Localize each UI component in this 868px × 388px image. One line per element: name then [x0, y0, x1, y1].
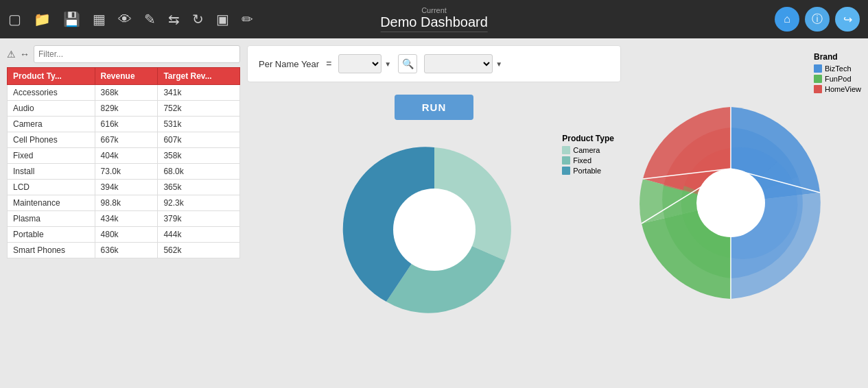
toolbar-icons: ▢ 📁 💾 ▦ 👁 ✎ ⇆ ↻ ▣ ✏ — [8, 11, 253, 27]
table-cell: 444k — [158, 227, 240, 243]
table-cell: 607k — [158, 132, 240, 148]
equals-label: = — [326, 58, 331, 69]
monitor-icon[interactable]: ▣ — [216, 11, 229, 27]
table-cell: 636k — [95, 243, 158, 258]
legend-camera-dot — [562, 146, 570, 154]
legend-portable: Portable — [562, 167, 614, 175]
legend-fixed-label: Fixed — [573, 156, 591, 165]
donut-legend-title: Product Type — [562, 134, 614, 143]
legend-camera-label: Camera — [573, 146, 600, 154]
filter-bar: ⚠ ↔ — [7, 45, 240, 63]
table-cell: 562k — [158, 243, 240, 258]
col-product-type[interactable]: Product Ty... — [8, 68, 95, 85]
new-file-icon[interactable]: ▢ — [8, 11, 21, 27]
table-row[interactable]: Portable480k444k — [8, 227, 240, 243]
save-icon[interactable]: 💾 — [63, 11, 80, 27]
table-row[interactable]: Audio829k752k — [8, 101, 240, 117]
toolbar-center: Current Demo Dashboard — [380, 6, 488, 32]
eye-icon[interactable]: 👁 — [118, 12, 132, 27]
col-revenue[interactable]: Revenue — [95, 68, 158, 85]
donut-chart-svg — [331, 127, 537, 332]
filter-select[interactable]: Year Name — [338, 54, 382, 73]
brush-icon[interactable]: ✏ — [242, 11, 253, 27]
run-button[interactable]: RUN — [395, 95, 474, 120]
info-button[interactable]: ⓘ — [805, 7, 830, 32]
table-cell: Maintenance — [8, 195, 95, 211]
table-cell: Smart Phones — [8, 243, 95, 258]
table-cell: 98.8k — [95, 195, 158, 211]
pencil-icon[interactable]: ✎ — [144, 11, 156, 27]
home-button[interactable]: ⌂ — [775, 7, 799, 32]
legend-funpod-label: FunPod — [825, 75, 852, 83]
search-button[interactable]: 🔍 — [398, 54, 417, 73]
value-dropdown: 2020 2021 2022 ▼ — [424, 54, 502, 73]
per-name-year-label: Per Name Year — [259, 59, 319, 69]
table-cell: 68.0k — [158, 164, 240, 180]
table-cell: Fixed — [8, 148, 95, 164]
legend-funpod-dot — [814, 75, 822, 83]
col-target-rev[interactable]: Target Rev... — [158, 68, 240, 85]
right-panel: Brand BizTech FunPod HomeView — [628, 45, 861, 381]
filter-arrow-icon[interactable]: ↔ — [20, 49, 30, 60]
table-cell: 667k — [95, 132, 158, 148]
table-cell: Install — [8, 164, 95, 180]
legend-homeview: HomeView — [814, 85, 861, 93]
legend-biztech: BizTech — [814, 64, 861, 73]
dropdown-chevron: ▼ — [384, 60, 391, 68]
table-cell: 404k — [95, 148, 158, 164]
table-cell: 341k — [158, 85, 240, 101]
filter-row: Per Name Year = Year Name ▼ 🔍 2020 2021 … — [247, 45, 621, 82]
center-panel: Per Name Year = Year Name ▼ 🔍 2020 2021 … — [247, 45, 621, 381]
refresh-icon[interactable]: ↻ — [192, 11, 204, 27]
table-row[interactable]: Install73.0k68.0k — [8, 164, 240, 180]
table-cell: 368k — [95, 85, 158, 101]
table-cell: 480k — [95, 227, 158, 243]
legend-funpod: FunPod — [814, 75, 861, 83]
donut-legend: Product Type Camera Fixed Portable — [562, 134, 614, 177]
table-row[interactable]: Accessories368k341k — [8, 85, 240, 101]
main-content: ⚠ ↔ Product Ty... Revenue Target Rev... … — [0, 38, 868, 388]
arrows-icon[interactable]: ⇆ — [168, 11, 180, 27]
table-cell: 829k — [95, 101, 158, 117]
table-cell: 73.0k — [95, 164, 158, 180]
table-cell: Audio — [8, 101, 95, 117]
table-row[interactable]: Maintenance98.8k92.3k — [8, 195, 240, 211]
legend-homeview-dot — [814, 85, 822, 93]
table-row[interactable]: Camera616k531k — [8, 117, 240, 132]
left-panel: ⚠ ↔ Product Ty... Revenue Target Rev... … — [7, 45, 240, 381]
legend-homeview-label: HomeView — [825, 85, 861, 93]
legend-fixed-dot — [562, 156, 570, 165]
table-cell: Plasma — [8, 211, 95, 227]
table-cell: 752k — [158, 101, 240, 117]
legend-camera: Camera — [562, 146, 614, 154]
table-row[interactable]: LCD394k365k — [8, 180, 240, 195]
table-cell: 434k — [95, 211, 158, 227]
share-button[interactable]: ↪ — [835, 7, 860, 32]
filter-input[interactable] — [34, 45, 240, 63]
table-row[interactable]: Plasma434k379k — [8, 211, 240, 227]
table-cell: 394k — [95, 180, 158, 195]
legend-portable-dot — [562, 167, 570, 175]
filter-pin-icon[interactable]: ⚠ — [7, 49, 16, 60]
bar-chart-icon[interactable]: ▦ — [93, 11, 106, 27]
table-cell: Cell Phones — [8, 132, 95, 148]
table-cell: 365k — [158, 180, 240, 195]
folder-icon[interactable]: 📁 — [34, 11, 51, 27]
table-cell: 92.3k — [158, 195, 240, 211]
table-row[interactable]: Cell Phones667k607k — [8, 132, 240, 148]
table-cell: Accessories — [8, 85, 95, 101]
table-row[interactable]: Smart Phones636k562k — [8, 243, 240, 258]
legend-biztech-label: BizTech — [825, 64, 852, 73]
table-cell: 358k — [158, 148, 240, 164]
table-cell: Camera — [8, 117, 95, 132]
table-header-row: Product Ty... Revenue Target Rev... — [8, 68, 240, 85]
value-select[interactable]: 2020 2021 2022 — [424, 54, 493, 73]
brand-legend-title: Brand — [814, 52, 861, 62]
legend-fixed: Fixed — [562, 156, 614, 165]
current-label: Current — [380, 6, 488, 14]
legend-portable-label: Portable — [573, 167, 601, 175]
toolbar: ▢ 📁 💾 ▦ 👁 ✎ ⇆ ↻ ▣ ✏ Current Demo Dashboa… — [0, 0, 868, 38]
value-chevron: ▼ — [495, 60, 502, 68]
toolbar-right: ⌂ ⓘ ↪ — [775, 7, 860, 32]
table-row[interactable]: Fixed404k358k — [8, 148, 240, 164]
